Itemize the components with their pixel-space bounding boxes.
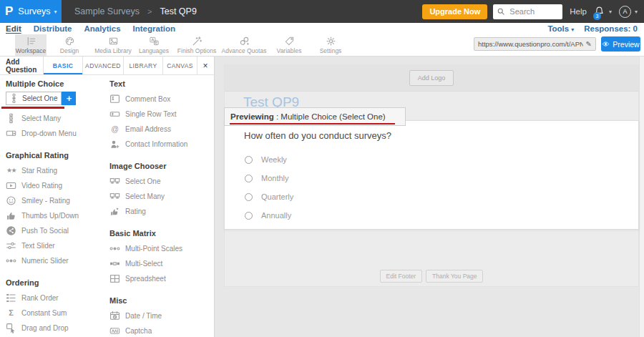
question-type-thumbs-up-down[interactable]: Thumbs Up/Down <box>6 208 104 223</box>
question-type-multi-point-scales[interactable]: Multi-Point Scales <box>109 241 214 256</box>
toolbar-variables[interactable]: Variables <box>268 34 310 56</box>
option-quarterly[interactable]: Quarterly <box>245 187 293 206</box>
thank-you-page-button[interactable]: Thank You Page <box>426 270 483 283</box>
tab-library[interactable]: LIBRARY <box>123 57 162 74</box>
tab-advanced[interactable]: ADVANCED <box>82 57 123 74</box>
toolbar-media-library[interactable]: Media Library <box>92 34 134 56</box>
media-library-icon <box>108 36 119 47</box>
option-label: Quarterly <box>261 192 293 201</box>
topbar-right: Upgrade Now Help 3 ▾ A ▾ <box>422 4 644 19</box>
question-type-star-rating[interactable]: ★★Star Rating <box>6 163 104 178</box>
avatar-initial: A <box>623 8 627 15</box>
toolbar-settings[interactable]: Settings <box>310 34 351 56</box>
add-question-panel: Add Question BASICADVANCEDLIBRARYCANVAS … <box>0 57 215 337</box>
nav-edit[interactable]: Edit <box>6 24 21 33</box>
avatar[interactable]: A <box>619 6 631 18</box>
toolbar-advance-quotas[interactable]: Advance Quotas <box>220 34 268 56</box>
question-type-multi-select[interactable]: Multi-Select <box>109 256 214 271</box>
tools-menu[interactable]: Tools▾ <box>547 24 574 33</box>
workspace-icon <box>26 36 36 47</box>
question-type-rank-order[interactable]: Rank Order <box>6 290 104 306</box>
question-type-video-rating[interactable]: Video Rating <box>6 178 104 193</box>
question-type-single-row-text[interactable]: Single Row Text <box>109 107 214 122</box>
footer-buttons: Edit FooterThank You Page <box>225 270 638 283</box>
close-panel-button[interactable]: × <box>197 57 213 74</box>
option-monthly[interactable]: Monthly <box>245 169 293 187</box>
contact-card-icon <box>109 139 120 150</box>
toolbar-design[interactable]: Design <box>47 34 92 56</box>
question-type-select-one[interactable]: Select One <box>6 92 62 105</box>
nav-integration[interactable]: Integration <box>133 24 175 33</box>
panel-column-2: TextComment BoxSingle Row Text@Email Add… <box>104 75 214 337</box>
section-graphical-rating: Graphical Rating <box>6 151 104 160</box>
question-type-push-to-social[interactable]: Push To Social <box>6 223 104 238</box>
grid-icon <box>109 273 120 284</box>
single-row-icon <box>109 109 120 119</box>
question-type-contact-information[interactable]: Contact Information <box>109 137 214 152</box>
question-type-numeric-slider[interactable]: Numeric Slider <box>6 253 104 268</box>
radio-icon[interactable] <box>245 175 253 182</box>
question-type-smiley-rating[interactable]: Smiley - Rating <box>6 193 104 208</box>
checkbox-list-icon <box>6 113 16 124</box>
question-type-label: Rank Order <box>21 294 59 302</box>
question-type-text-slider[interactable]: Text Slider <box>6 238 104 253</box>
add-question-button[interactable]: + <box>62 92 76 105</box>
question-type-date-time[interactable]: Date / Time <box>109 308 214 323</box>
gear-icon <box>326 36 336 47</box>
panel-column-1: Multiple ChoiceSelect One+Select ManyDro… <box>0 75 104 337</box>
toolbar-workspace[interactable]: Workspace <box>15 34 47 56</box>
question-type-select-one[interactable]: Select One <box>109 174 214 189</box>
responses-count[interactable]: Responses: 0 <box>584 24 638 33</box>
previewing-label: Previewing <box>230 112 274 121</box>
toolbar-label: Advance Quotas <box>222 47 267 54</box>
edit-url-icon[interactable]: ✎ <box>586 40 592 48</box>
question-type-email-address[interactable]: @Email Address <box>109 122 214 137</box>
radio-icon[interactable] <box>245 193 253 201</box>
nav-distribute[interactable]: Distribute <box>34 24 72 33</box>
toolbar-languages[interactable]: Languages <box>134 34 174 56</box>
section-image-chooser: Image Chooser <box>109 162 214 171</box>
radio-icon[interactable] <box>245 212 253 220</box>
search-icon <box>497 7 505 16</box>
product-menu[interactable]: P Surveys ▾ <box>0 0 62 23</box>
search-box[interactable] <box>493 4 562 19</box>
question-type-label: Comment Box <box>125 95 170 103</box>
toolbar-label: Variables <box>277 47 302 54</box>
option-annually[interactable]: Annually <box>245 206 293 225</box>
question-type-constant-sum[interactable]: ΣConstant Sum <box>6 306 104 321</box>
notifications-button[interactable]: 3 <box>594 5 605 18</box>
chevron-down-icon[interactable]: ▾ <box>635 9 638 15</box>
help-link[interactable]: Help <box>570 7 587 16</box>
question-type-rating[interactable]: Rating <box>109 204 214 219</box>
preview-button[interactable]: Preview <box>601 36 640 52</box>
nav-analytics[interactable]: Analytics <box>84 24 120 33</box>
upgrade-now-button[interactable]: Upgrade Now <box>422 4 487 19</box>
toolbar-finish-options[interactable]: Finish Options <box>174 34 220 56</box>
chevron-down-icon[interactable]: ▾ <box>609 9 612 15</box>
scrollbar[interactable] <box>639 57 644 337</box>
survey-url-box[interactable]: https://www.questionpro.com/t/APNrfZ ✎ <box>474 37 596 51</box>
question-card[interactable]: How often do you conduct surveys? Weekly… <box>224 120 639 230</box>
survey-url: https://www.questionpro.com/t/APNrfZ <box>478 40 583 48</box>
search-input[interactable] <box>508 6 559 16</box>
tab-basic[interactable]: BASIC <box>43 57 82 74</box>
tab-canvas[interactable]: CANVAS <box>162 57 197 74</box>
question-type-label: Select Many <box>125 192 165 200</box>
breadcrumb-parent[interactable]: Sample Surveys <box>74 6 140 16</box>
option-weekly[interactable]: Weekly <box>245 150 293 169</box>
question-type-select-many[interactable]: Select Many <box>109 189 214 204</box>
question-type-drop-down-menu[interactable]: Drop-down Menu <box>6 126 104 141</box>
survey-nav: EditDistributeAnalyticsIntegration Tools… <box>0 23 644 34</box>
add-logo-button[interactable]: Add Logo <box>409 70 454 86</box>
question-type-spreadsheet[interactable]: Spreadsheet <box>109 271 214 286</box>
question-type-drag-and-drop[interactable]: Drag and Drop <box>6 321 104 336</box>
radio-icon[interactable] <box>245 156 253 164</box>
languages-icon <box>149 36 160 47</box>
palette-icon <box>64 36 75 47</box>
image-pair-icon <box>109 191 120 202</box>
image-pair-icon <box>109 176 120 187</box>
question-type-select-many[interactable]: Select Many <box>6 111 104 126</box>
edit-footer-button[interactable]: Edit Footer <box>380 270 423 283</box>
question-type-captcha[interactable]: Captcha <box>109 323 214 337</box>
question-type-comment-box[interactable]: Comment Box <box>109 92 214 107</box>
